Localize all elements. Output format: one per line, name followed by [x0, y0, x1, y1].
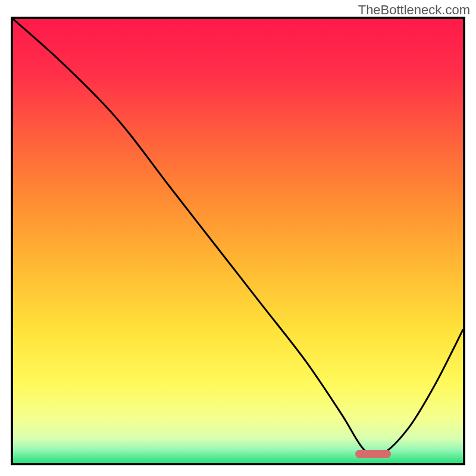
chart-container: TheBottleneck.com [0, 0, 476, 476]
watermark-text: TheBottleneck.com [358, 2, 470, 18]
bottleneck-curve [13, 19, 463, 463]
optimal-region-marker [355, 450, 391, 458]
chart-frame [11, 17, 465, 465]
